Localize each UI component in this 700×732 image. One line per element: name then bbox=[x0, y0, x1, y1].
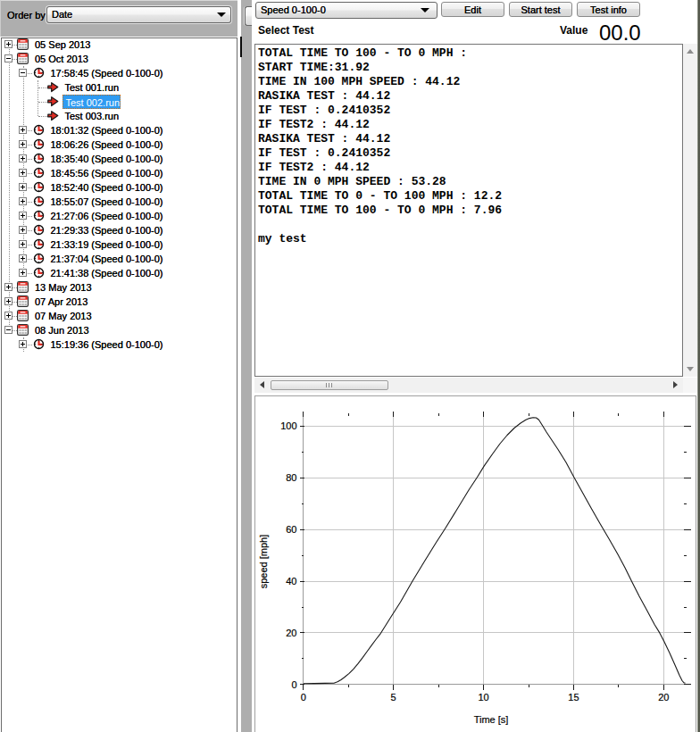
svg-text:speed [mph]: speed [mph] bbox=[258, 535, 269, 589]
svg-text:10: 10 bbox=[478, 692, 488, 703]
svg-text:Time [s]: Time [s] bbox=[474, 714, 509, 725]
svg-text:15: 15 bbox=[568, 692, 579, 703]
svg-text:20: 20 bbox=[658, 692, 669, 703]
svg-text:100: 100 bbox=[280, 420, 296, 431]
svg-text:5: 5 bbox=[391, 692, 396, 703]
svg-text:40: 40 bbox=[286, 576, 296, 586]
svg-text:0: 0 bbox=[291, 679, 296, 690]
svg-text:60: 60 bbox=[286, 524, 296, 535]
svg-text:0: 0 bbox=[301, 692, 306, 703]
svg-text:20: 20 bbox=[286, 628, 296, 638]
svg-text:80: 80 bbox=[286, 472, 296, 483]
